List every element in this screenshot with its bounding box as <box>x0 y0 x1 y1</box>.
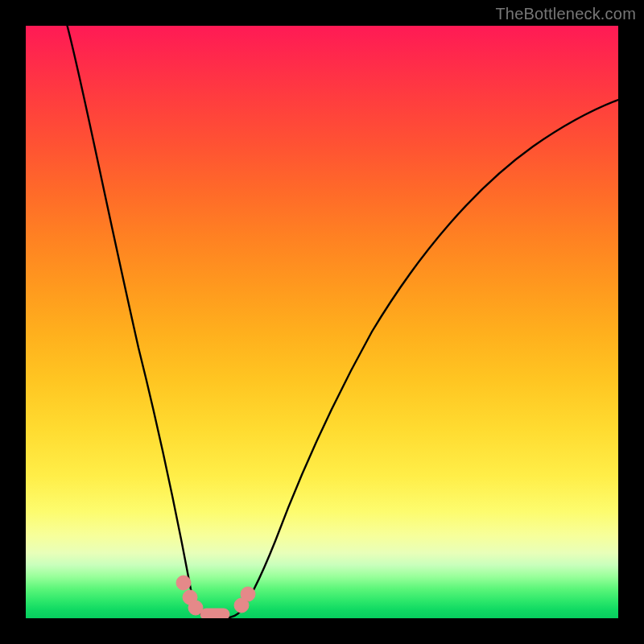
watermark-text: TheBottleneck.com <box>495 5 636 23</box>
chart-svg <box>26 26 618 618</box>
marker-dot <box>176 576 191 590</box>
bottleneck-curve <box>68 26 618 618</box>
marker-dot <box>241 587 255 601</box>
marker-bar <box>200 609 229 618</box>
marker-group <box>176 576 255 618</box>
chart-frame: TheBottleneck.com <box>0 0 644 644</box>
plot-area <box>26 26 618 618</box>
